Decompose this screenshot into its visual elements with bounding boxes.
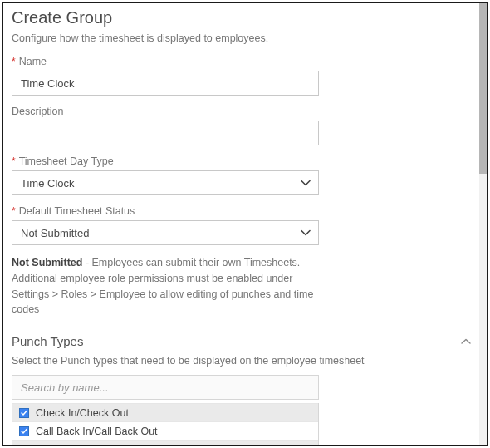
status-note: Not Submitted - Employees can submit the… — [12, 255, 327, 318]
page-title: Create Group — [12, 8, 471, 27]
field-description: Description — [12, 106, 471, 145]
list-item-label: Meal Start/Meal End — [36, 444, 130, 446]
page-subtitle: Configure how the timesheet is displayed… — [12, 32, 471, 44]
dialog-window: Create Group Configure how the timesheet… — [2, 2, 488, 446]
punch-section-desc: Select the Punch types that need to be d… — [12, 355, 471, 367]
status-select[interactable] — [12, 220, 319, 245]
punch-section-header: Punch Types — [12, 334, 471, 348]
field-status: Default Timesheet Status — [12, 205, 471, 245]
field-daytype: Timesheet Day Type — [12, 155, 471, 195]
checkbox-icon[interactable] — [19, 445, 29, 446]
list-item-label: Check In/Check Out — [36, 407, 129, 419]
name-label: Name — [12, 56, 471, 67]
punch-option-list: Check In/Check Out Call Back In/Call Bac… — [12, 403, 319, 445]
description-input[interactable] — [12, 121, 319, 145]
daytype-label: Timesheet Day Type — [12, 155, 471, 167]
field-name: Name — [12, 56, 471, 96]
scrollbar-track[interactable] — [479, 3, 487, 445]
list-item-label: Call Back In/Call Back Out — [36, 426, 158, 437]
checkbox-icon[interactable] — [19, 426, 29, 436]
dialog-content: Create Group Configure how the timesheet… — [3, 3, 479, 445]
name-input[interactable] — [12, 71, 319, 96]
list-item[interactable]: Check In/Check Out — [12, 403, 318, 421]
list-item[interactable]: Meal Start/Meal End — [12, 440, 318, 445]
list-item[interactable]: Call Back In/Call Back Out — [12, 421, 318, 440]
punch-section-title: Punch Types — [12, 334, 83, 348]
status-note-bold: Not Submitted — [12, 257, 82, 268]
description-label: Description — [12, 106, 471, 117]
scrollbar-thumb[interactable] — [479, 3, 487, 174]
punch-search-input[interactable] — [12, 375, 319, 400]
status-label: Default Timesheet Status — [12, 205, 471, 217]
chevron-up-icon[interactable] — [461, 338, 471, 345]
checkbox-icon[interactable] — [19, 408, 29, 418]
daytype-select[interactable] — [12, 170, 319, 195]
